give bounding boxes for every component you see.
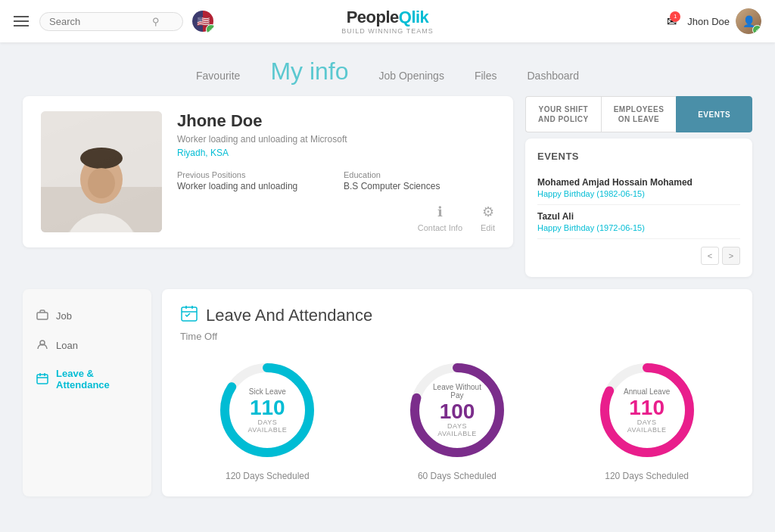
sidebar-item-leave[interactable]: Leave & Attendance	[23, 360, 151, 398]
profile-photo	[41, 111, 162, 232]
lwp-number: 100	[431, 401, 484, 422]
annual-leave-chart: Annual Leave 110 DAYS AVAILABLE 120 Days…	[594, 357, 700, 481]
sick-leave-number: 110	[241, 397, 294, 418]
search-input[interactable]	[49, 16, 148, 27]
prev-positions-field: Previous Positions Worker loading and un…	[177, 170, 328, 191]
bottom-row: Job Loan Leave & Attenda	[23, 289, 752, 496]
flag-check: ✓	[206, 24, 215, 33]
event-name-2: Tazul Ali	[537, 211, 740, 222]
edit-label: Edit	[481, 223, 495, 232]
events-card: EVENTS Mohamed Amjad Hossain Mohamed Hap…	[525, 138, 752, 277]
sick-leave-center: Sick Leave 110 DAYS AVAILABLE	[241, 387, 294, 434]
sick-leave-chart: Sick Leave 110 DAYS AVAILABLE 120 Days S…	[214, 357, 320, 481]
tab-dashboard[interactable]: Dashboard	[527, 70, 579, 85]
profile-name: Jhone Doe	[177, 111, 495, 131]
header-right: ✉ 1 Jhon Doe 👤 ✓	[667, 8, 761, 34]
logo-sub: Build Winning Teams	[341, 27, 433, 35]
education-label: Education	[344, 170, 495, 179]
employees-on-leave-button[interactable]: EMPLOYEES ON LEAVE	[601, 96, 677, 132]
education-value: B.S Computer Sciences	[344, 181, 495, 191]
contact-info-button[interactable]: ℹ Contact Info	[418, 204, 462, 232]
logo-area: PeopleQlik Build Winning Teams	[341, 8, 433, 35]
avatar-check: ✓	[752, 25, 761, 34]
avatar: 👤 ✓	[736, 8, 761, 34]
sidebar-leave-label: Leave & Attendance	[56, 368, 138, 390]
svg-point-6	[80, 148, 123, 169]
tab-job-openings[interactable]: Job Openings	[379, 70, 444, 85]
annual-leave-bottom: 120 Days Scheduled	[605, 471, 689, 481]
time-off-label: Time Off	[180, 331, 734, 342]
annual-leave-sub: DAYS AVAILABLE	[621, 418, 674, 434]
profile-card: Jhone Doe Worker loading and unloading a…	[23, 96, 513, 247]
tab-files[interactable]: Files	[475, 70, 497, 85]
content-area: Jhone Doe Worker loading and unloading a…	[0, 96, 775, 512]
section-title: Leave And Attendance	[206, 306, 372, 325]
profile-details: Jhone Doe Worker loading and unloading a…	[177, 111, 495, 232]
prev-positions-label: Previous Positions	[177, 170, 328, 179]
contact-info-label: Contact Info	[418, 223, 462, 232]
leave-section-icon	[180, 304, 198, 326]
charts-row: Sick Leave 110 DAYS AVAILABLE 120 Days S…	[180, 357, 734, 481]
sidebar: Job Loan Leave & Attenda	[23, 289, 151, 496]
top-row: Jhone Doe Worker loading and unloading a…	[23, 96, 752, 277]
svg-point-7	[88, 168, 115, 198]
tab-myinfo[interactable]: My info	[270, 58, 348, 89]
event-item-1: Mohamed Amjad Hossain Mohamed Happy Birt…	[537, 171, 740, 205]
header: ⚲ 🇺🇸 ✓ PeopleQlik Build Winning Teams ✉ …	[0, 0, 775, 42]
user-name: Jhon Doe	[687, 16, 730, 27]
lwp-donut: Leave Without Pay 100 DAYS AVAILABLE	[404, 357, 510, 463]
profile-actions: ℹ Contact Info ⚙ Edit	[177, 204, 495, 232]
logo-title: PeopleQlik	[341, 8, 433, 27]
right-panel: YOUR SHIFT AND POLICY EMPLOYEES ON LEAVE…	[525, 96, 752, 277]
event-item-2: Tazul Ali Happy Birthday (1972-06-15)	[537, 205, 740, 239]
lwp-label: Leave Without Pay	[431, 383, 484, 400]
event-name-1: Mohamed Amjad Hossain Mohamed	[537, 177, 740, 188]
sick-leave-sub: DAYS AVAILABLE	[241, 418, 294, 434]
lwp-center: Leave Without Pay 100 DAYS AVAILABLE	[431, 383, 484, 437]
sick-leave-label: Sick Leave	[241, 387, 294, 396]
user-info[interactable]: Jhon Doe 👤 ✓	[687, 8, 761, 34]
education-field: Education B.S Computer Sciences	[344, 170, 495, 191]
lwp-bottom: 60 Days Scheduled	[418, 471, 496, 481]
events-prev-button[interactable]: <	[701, 247, 719, 265]
info-icon: ℹ	[437, 204, 443, 220]
sidebar-job-label: Job	[56, 310, 72, 322]
tab-favourite[interactable]: Favourite	[196, 70, 240, 85]
nav-tabs: Favourite My info Job Openings Files Das…	[0, 42, 775, 96]
annual-leave-number: 110	[621, 397, 674, 418]
calendar-icon	[36, 372, 48, 387]
annual-leave-label: Annual Leave	[621, 387, 674, 396]
section-header: Leave And Attendance	[180, 304, 734, 326]
events-button[interactable]: EVENTS	[676, 96, 752, 132]
profile-location[interactable]: Riyadh, KSA	[177, 148, 495, 158]
gear-icon: ⚙	[482, 204, 494, 220]
flag-icon[interactable]: 🇺🇸 ✓	[191, 9, 215, 33]
event-sub-1: Happy Birthday (1982-06-15)	[537, 189, 740, 198]
sidebar-item-job[interactable]: Job	[23, 301, 151, 331]
person-svg	[41, 111, 162, 232]
annual-leave-donut: Annual Leave 110 DAYS AVAILABLE	[594, 357, 700, 463]
your-shift-button[interactable]: YOUR SHIFT AND POLICY	[525, 96, 601, 132]
search-bar: ⚲	[39, 12, 183, 31]
profile-job-title: Worker loading and unloading at Microsof…	[177, 134, 495, 145]
lwp-sub: DAYS AVAILABLE	[431, 422, 484, 437]
shift-buttons: YOUR SHIFT AND POLICY EMPLOYEES ON LEAVE…	[525, 96, 752, 132]
edit-button[interactable]: ⚙ Edit	[481, 204, 495, 232]
events-title: EVENTS	[537, 151, 740, 162]
notification-icon[interactable]: ✉ 1	[667, 14, 677, 29]
svg-rect-8	[37, 313, 48, 319]
leave-attendance-panel: Leave And Attendance Time Off Sick Leave…	[162, 289, 752, 496]
sick-leave-bottom: 120 Days Scheduled	[226, 471, 310, 481]
briefcase-icon	[36, 309, 48, 323]
annual-leave-center: Annual Leave 110 DAYS AVAILABLE	[621, 387, 674, 434]
event-sub-2: Happy Birthday (1972-06-15)	[537, 223, 740, 232]
menu-icon[interactable]	[14, 16, 29, 26]
sick-leave-donut: Sick Leave 110 DAYS AVAILABLE	[214, 357, 320, 463]
events-nav: < >	[537, 247, 740, 265]
notif-badge: 1	[670, 11, 680, 22]
search-icon: ⚲	[152, 16, 160, 27]
events-next-button[interactable]: >	[722, 247, 740, 265]
sidebar-loan-label: Loan	[56, 340, 78, 351]
sidebar-item-loan[interactable]: Loan	[23, 331, 151, 360]
svg-rect-10	[37, 375, 48, 384]
